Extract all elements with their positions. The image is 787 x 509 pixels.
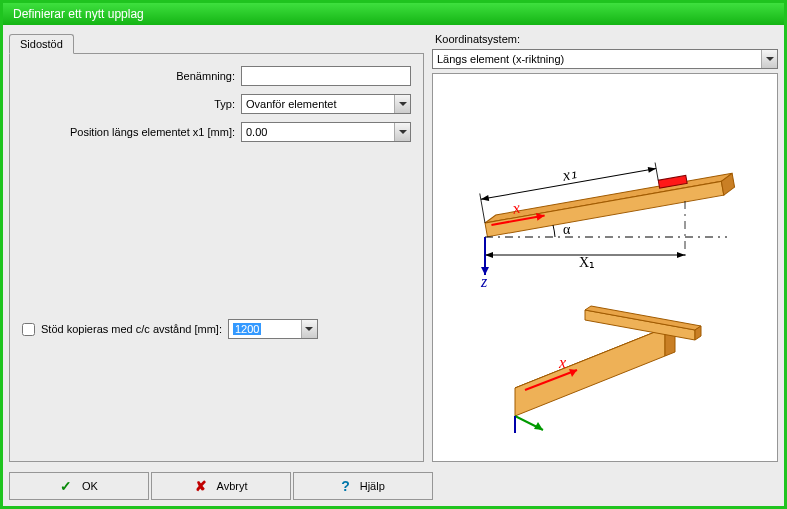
cancel-button[interactable]: ✘ Avbryt	[151, 472, 291, 500]
svg-marker-14	[677, 252, 685, 258]
diagram-area: x x₁ α	[432, 73, 778, 462]
x-icon: ✘	[195, 478, 207, 494]
row-copy-cc: Stöd kopieras med c/c avstånd [mm]: 1200	[22, 319, 318, 339]
copy-cc-label: Stöd kopieras med c/c avstånd [mm]:	[41, 323, 222, 335]
svg-marker-13	[485, 252, 493, 258]
copy-cc-checkbox[interactable]	[22, 323, 35, 336]
copy-cc-value: 1200	[233, 323, 261, 335]
coord-value: Längs element (x-riktning)	[437, 53, 564, 65]
tab-label: Sidostöd	[20, 38, 63, 50]
cancel-label: Avbryt	[217, 480, 248, 492]
x1-bottom-label: X₁	[579, 255, 595, 270]
z-label-top: z	[480, 273, 488, 290]
tab-body: Benämning: Typ: Ovanför elementet	[9, 53, 424, 462]
x-label-bottom: x	[558, 354, 566, 371]
position-value: 0.00	[246, 126, 267, 138]
ok-button[interactable]: ✓ OK	[9, 472, 149, 500]
check-icon: ✓	[60, 478, 72, 494]
svg-line-10	[655, 162, 658, 180]
chevron-down-icon	[394, 123, 410, 141]
position-label: Position längs elementet x1 [mm]:	[22, 126, 241, 138]
type-value: Ovanför elementet	[246, 98, 337, 110]
name-label: Benämning:	[22, 70, 241, 82]
x1-top-label: x₁	[560, 164, 577, 183]
row-name: Benämning:	[22, 66, 411, 86]
alpha-label: α	[563, 222, 571, 237]
dialog-window: Definierar ett nytt upplag Sidostöd Benä…	[0, 0, 787, 509]
question-icon: ?	[341, 478, 350, 494]
type-select[interactable]: Ovanför elementet	[241, 94, 411, 114]
chevron-down-icon	[301, 320, 317, 338]
help-button[interactable]: ? Hjälp	[293, 472, 433, 500]
title-bar: Definierar ett nytt upplag	[3, 3, 784, 25]
row-type: Typ: Ovanför elementet	[22, 94, 411, 114]
right-panel: Koordinatsystem: Längs element (x-riktni…	[432, 31, 778, 462]
chevron-down-icon	[394, 95, 410, 113]
content-area: Sidostöd Benämning: Typ: Ovanför element…	[3, 25, 784, 468]
tab-strip: Sidostöd	[9, 31, 424, 53]
chevron-down-icon	[761, 50, 777, 68]
help-label: Hjälp	[360, 480, 385, 492]
svg-marker-20	[515, 328, 665, 416]
svg-rect-1	[485, 181, 724, 236]
tab-sidostod[interactable]: Sidostöd	[9, 34, 74, 54]
diagram-svg: x x₁ α	[445, 103, 765, 433]
ok-label: OK	[82, 480, 98, 492]
position-select[interactable]: 0.00	[241, 122, 411, 142]
copy-cc-select: 1200	[228, 319, 318, 339]
button-bar: ✓ OK ✘ Avbryt ? Hjälp	[3, 468, 784, 506]
coord-label: Koordinatsystem:	[432, 31, 778, 49]
coord-select[interactable]: Längs element (x-riktning)	[432, 49, 778, 69]
window-title: Definierar ett nytt upplag	[13, 7, 144, 21]
svg-marker-8	[648, 165, 657, 172]
row-position: Position längs elementet x1 [mm]: 0.00	[22, 122, 411, 142]
svg-marker-7	[480, 195, 489, 202]
left-panel: Sidostöd Benämning: Typ: Ovanför element…	[9, 31, 424, 462]
name-input[interactable]	[241, 66, 411, 86]
type-label: Typ:	[22, 98, 241, 110]
